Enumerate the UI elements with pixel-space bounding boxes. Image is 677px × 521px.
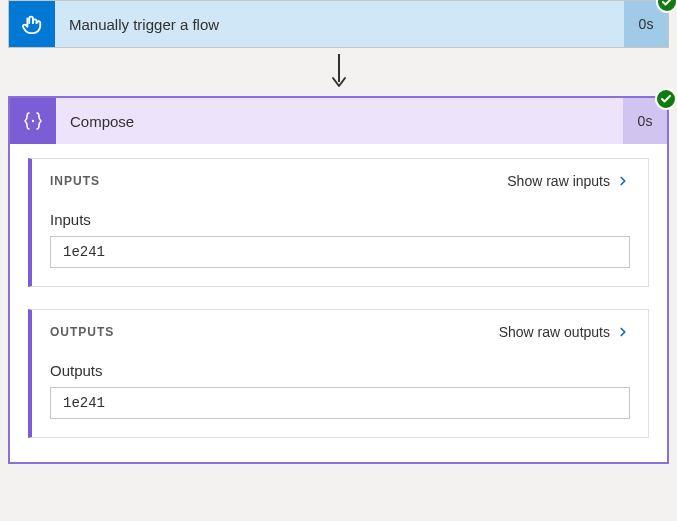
compose-icon: [10, 98, 56, 144]
outputs-field-label: Outputs: [50, 362, 630, 379]
svg-point-1: [32, 120, 34, 122]
trigger-card[interactable]: Manually trigger a flow 0s: [8, 0, 669, 48]
inputs-section: INPUTS Show raw inputs Inputs 1e241: [28, 158, 649, 287]
flow-connector: [0, 48, 677, 96]
compose-title: Compose: [56, 113, 623, 130]
trigger-title: Manually trigger a flow: [55, 16, 624, 33]
compose-body: INPUTS Show raw inputs Inputs 1e241 OUTP…: [10, 144, 667, 462]
manual-trigger-icon: [9, 1, 55, 47]
compose-card[interactable]: Compose 0s INPUTS Show raw inputs: [8, 96, 669, 464]
show-raw-outputs-label: Show raw outputs: [499, 324, 610, 340]
show-raw-outputs-link[interactable]: Show raw outputs: [499, 324, 630, 340]
outputs-section-label: OUTPUTS: [50, 325, 114, 339]
inputs-value: 1e241: [50, 236, 630, 268]
show-raw-inputs-label: Show raw inputs: [507, 173, 610, 189]
outputs-value: 1e241: [50, 387, 630, 419]
inputs-section-label: INPUTS: [50, 174, 100, 188]
chevron-right-icon: [616, 174, 630, 188]
compose-header[interactable]: Compose 0s: [10, 98, 667, 144]
inputs-field-label: Inputs: [50, 211, 630, 228]
chevron-right-icon: [616, 325, 630, 339]
outputs-section: OUTPUTS Show raw outputs Outputs 1e241: [28, 309, 649, 438]
success-check-icon: [655, 88, 677, 110]
trigger-header[interactable]: Manually trigger a flow 0s: [9, 1, 668, 47]
show-raw-inputs-link[interactable]: Show raw inputs: [507, 173, 630, 189]
